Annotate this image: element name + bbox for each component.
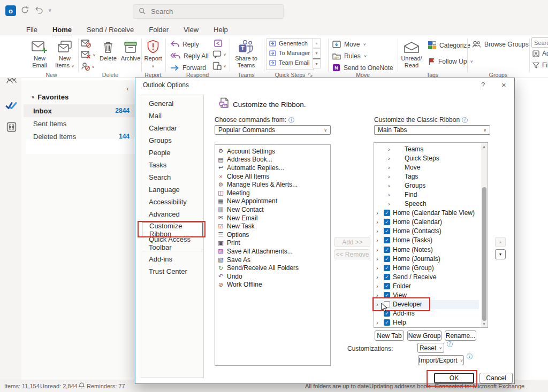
command-item[interactable]: ▣ Print (215, 239, 330, 248)
ribbon-tab[interactable]: View (183, 25, 199, 35)
junk-button[interactable]: ∨ (81, 51, 96, 59)
tree-item[interactable]: › Home (Calendar Table View) (374, 209, 479, 218)
tab-checkbox[interactable] (384, 210, 390, 216)
tree-item[interactable]: › Home (Calendar) (374, 218, 479, 227)
search-input[interactable] (150, 7, 248, 16)
command-item[interactable]: × Close All Items (215, 172, 330, 181)
info-icon[interactable] (447, 341, 453, 347)
dialog-nav-item[interactable]: Language (142, 183, 203, 196)
dialog-nav-item[interactable]: Advanced (142, 208, 203, 220)
folder-item[interactable]: Sent Items (24, 117, 135, 130)
browse-groups-button[interactable]: Browse Groups (472, 39, 529, 50)
dialog-nav-item[interactable]: Search (142, 171, 203, 183)
quick-step-item[interactable]: Team Email (267, 58, 313, 67)
command-item[interactable]: ⊘ Work Offline (215, 281, 330, 289)
dialog-nav-item[interactable]: Add-ins (142, 251, 203, 265)
info-icon[interactable] (467, 353, 473, 359)
tree-item[interactable]: › Home (Journals) (374, 254, 479, 263)
tab-checkbox[interactable] (384, 319, 390, 326)
command-item[interactable]: ☑ New Task (215, 222, 330, 230)
tab-checkbox[interactable] (384, 247, 390, 253)
add-button[interactable]: Add >> (334, 237, 370, 247)
command-item[interactable]: ☰ Options (215, 230, 330, 239)
archive-button[interactable]: Archive (119, 39, 142, 62)
command-item[interactable]: ↶ Undo (215, 272, 330, 281)
more-apps-icon[interactable] (4, 120, 18, 134)
ribbon-tab[interactable]: Help (213, 25, 229, 35)
quick-step-item[interactable]: Genentech (267, 39, 313, 48)
dialog-nav-item[interactable]: Trust Center (142, 265, 203, 278)
tab-checkbox[interactable] (384, 274, 390, 280)
scroll-thumb[interactable] (482, 187, 486, 321)
classic-ribbon-dropdown[interactable]: Main Tabs ∨ (374, 125, 490, 135)
new-email-button[interactable]: New Email (28, 39, 51, 69)
new-tab-button[interactable]: New Tab (375, 330, 404, 341)
chevron-right-icon[interactable]: › (376, 283, 381, 289)
reply-all-button[interactable]: Reply All (170, 50, 209, 62)
dialog-nav-item[interactable]: General (142, 97, 203, 110)
search-bar[interactable] (133, 4, 284, 19)
command-item[interactable]: ▦ New Appointment (215, 197, 330, 206)
collapse-pane-icon[interactable]: ‹ (126, 84, 128, 93)
chevron-right-icon[interactable]: › (376, 265, 381, 271)
rename-button[interactable]: Rename... (445, 330, 476, 341)
chevron-right-icon[interactable]: › (388, 174, 393, 179)
meeting-reply-button[interactable] (214, 39, 223, 50)
im-reply-button[interactable]: ∨ (212, 50, 226, 58)
tab-checkbox[interactable] (384, 256, 390, 262)
chevron-right-icon[interactable]: › (376, 320, 381, 325)
tree-item[interactable]: › Quick Steps (374, 153, 479, 163)
tree-item[interactable]: › Speech (374, 199, 479, 209)
ignore-button[interactable] (81, 40, 91, 50)
scroll-up-icon[interactable]: ▴ (481, 143, 487, 150)
unread-read-button[interactable]: Unread/ Read (399, 39, 424, 69)
quick-access-chevron-icon[interactable]: ∨ (48, 7, 52, 13)
command-item[interactable]: ⚙ Manage Rules & Alerts... (215, 180, 330, 189)
quick-steps-more[interactable]: ▾ (313, 58, 321, 68)
favorites-header[interactable]: ∨ Favorites (31, 93, 68, 101)
command-item[interactable]: ⚙ Account Settings (215, 147, 330, 156)
filter-email-button[interactable]: Filter Email (532, 62, 548, 69)
chevron-right-icon[interactable]: › (376, 247, 381, 252)
reset-button[interactable]: Reset∨ (417, 343, 444, 353)
info-icon[interactable] (462, 117, 468, 123)
tree-item[interactable]: › Home (Tasks) (374, 236, 479, 245)
chevron-right-icon[interactable]: › (376, 228, 381, 234)
command-item[interactable]: ▨ Save All Attachments... (215, 247, 330, 256)
rules-button[interactable]: Rules ∨ (332, 50, 367, 62)
chevron-right-icon[interactable]: › (388, 183, 393, 188)
dialog-nav-item[interactable]: Groups (142, 134, 203, 147)
tree-item[interactable]: › Move (374, 163, 479, 172)
dialog-nav-item[interactable]: Mail (142, 110, 203, 122)
dialog-close-button[interactable]: × (501, 80, 506, 89)
move-button[interactable]: Move ∨ (332, 39, 366, 50)
remove-button[interactable]: << Remove (334, 249, 370, 259)
new-group-button[interactable]: New Group (407, 330, 442, 341)
quick-step-item[interactable]: To Manager (267, 48, 313, 58)
ribbon-tab[interactable]: Home (52, 25, 72, 35)
command-item[interactable]: ▤ Address Book... (215, 156, 330, 164)
dialog-nav-item[interactable]: People (142, 147, 203, 159)
scroll-down-icon[interactable]: ▾ (481, 321, 487, 327)
dialog-nav-item[interactable]: Quick Access Toolbar (142, 237, 203, 249)
tree-scrollbar[interactable]: ▴ ▾ (481, 143, 487, 327)
dialog-nav-item[interactable]: Tasks (142, 159, 203, 171)
block-sender-button[interactable]: ∨ (81, 62, 95, 71)
new-items-button[interactable]: New Items ∨ (52, 39, 77, 70)
ribbon-tab[interactable]: File (26, 25, 38, 35)
info-icon[interactable] (288, 117, 294, 123)
dialog-help-button[interactable]: ? (481, 81, 485, 89)
command-item[interactable]: ◫ Meeting (215, 189, 330, 197)
follow-up-button[interactable]: Follow Up ∨ (428, 56, 473, 67)
ribbon-tab[interactable]: Send / Receive (86, 25, 134, 35)
tree-item[interactable]: › Tags (374, 172, 479, 181)
sync-icon[interactable] (20, 5, 29, 16)
tree-item[interactable]: › Send / Receive (374, 272, 479, 281)
todo-nav-icon[interactable] (4, 98, 18, 112)
command-item[interactable]: ✉ New Email (215, 214, 330, 222)
chevron-right-icon[interactable]: › (376, 256, 381, 262)
tree-item[interactable]: › Find (374, 190, 479, 199)
quick-steps-scroll-up[interactable]: ▴ (313, 38, 321, 48)
dialog-launcher-icon[interactable] (308, 73, 313, 77)
command-item[interactable]: ▧ Save As (215, 256, 330, 264)
